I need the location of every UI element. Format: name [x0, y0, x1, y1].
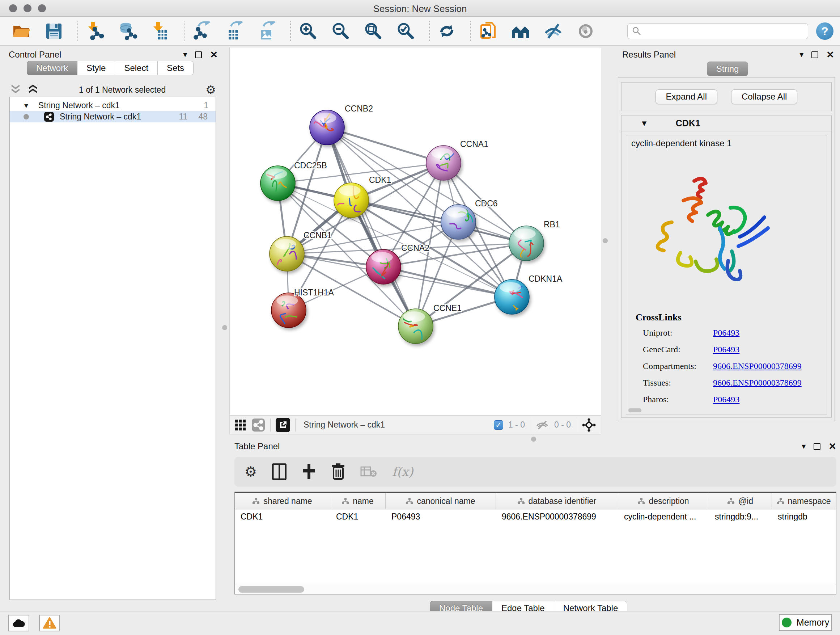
node-HIST1H1A[interactable]: HIST1H1A [271, 288, 334, 328]
crosslinks-heading: CrossLinks [636, 312, 821, 323]
zoom-selected-button[interactable] [395, 21, 416, 42]
collapse-all-icon[interactable] [9, 84, 22, 95]
crosslink-label: Tissues: [636, 378, 713, 388]
crosslink-row: Uniprot: P06493 [636, 328, 821, 338]
delete-column-icon[interactable] [332, 463, 345, 480]
node-CDK1[interactable]: CDK1 [333, 175, 391, 218]
table-panel-menu-icon[interactable]: ▾ [802, 442, 806, 450]
network-collection-row[interactable]: ▼ String Network – cdk1 1 [10, 100, 216, 111]
export-net-icon [192, 21, 211, 41]
export-network-button[interactable] [191, 21, 212, 42]
table-horizontal-scrollbar[interactable] [234, 584, 836, 594]
open-session-button[interactable] [11, 21, 32, 42]
crosslink-row: Compartments: 9606.ENSP00000378699 [636, 361, 821, 371]
import-table-button[interactable] [150, 21, 171, 42]
column-header-database-identifier[interactable]: database identifier [496, 493, 618, 509]
tab-string[interactable]: String [707, 62, 748, 76]
crosslink-value-link[interactable]: P06493 [713, 328, 739, 338]
control-panel-menu-icon[interactable]: ▾ [183, 51, 187, 59]
node-CDKN1A[interactable]: CDKN1A [494, 274, 562, 314]
column-header-@id[interactable]: @id [709, 493, 772, 509]
column-header-description[interactable]: description [618, 493, 709, 509]
network-node-count: 11 [179, 112, 188, 122]
column-header-namespace[interactable]: namespace [772, 493, 836, 509]
network-options-gear-icon[interactable]: ⚙ [205, 84, 216, 96]
cloud-status-button[interactable] [8, 615, 29, 631]
memory-button[interactable]: Memory [779, 614, 832, 631]
results-panel-menu-icon[interactable]: ▾ [799, 51, 804, 59]
table-cell: 9606.ENSP00000378699 [496, 509, 618, 524]
column-header-canonical-name[interactable]: canonical name [386, 493, 496, 509]
apply-layout-button[interactable] [436, 21, 457, 42]
right-splitter-handle[interactable] [603, 238, 608, 243]
help-button[interactable]: ? [816, 22, 834, 40]
zoom-fit-icon [363, 21, 383, 41]
table-panel-close-icon[interactable]: ✕ [829, 442, 836, 451]
show-columns-icon[interactable] [272, 463, 286, 480]
results-mini-scrollbar[interactable] [628, 409, 641, 412]
tab-network[interactable]: Network [27, 61, 77, 75]
crosslink-value-link[interactable]: P06493 [713, 345, 739, 355]
column-header-name[interactable]: name [330, 493, 386, 509]
tab-style[interactable]: Style [77, 61, 115, 75]
network-row-selected[interactable]: String Network – cdk1 11 48 [10, 111, 216, 122]
save-session-button[interactable] [43, 21, 65, 42]
create-column-icon[interactable] [302, 463, 316, 480]
warnings-button[interactable] [39, 615, 60, 631]
import-network-database-button[interactable] [117, 21, 138, 42]
node-RB1[interactable]: RB1 [509, 220, 560, 261]
crosslink-value-link[interactable]: 9606.ENSP00000378699 [713, 378, 802, 388]
network-from-clipboard-button[interactable] [477, 21, 499, 42]
results-panel-float-icon[interactable] [812, 51, 818, 58]
tab-sets[interactable]: Sets [158, 61, 194, 75]
edge-CCNB2-CCNA1[interactable] [327, 127, 444, 163]
control-panel-close-icon[interactable]: ✕ [210, 50, 218, 59]
network-share-icon[interactable] [251, 418, 265, 432]
crosslink-value-link[interactable]: 9606.ENSP00000378699 [713, 361, 802, 371]
hide-graphics-details-button[interactable] [543, 21, 564, 42]
results-panel-close-icon[interactable]: ✕ [826, 50, 834, 59]
import-network-file-button[interactable] [85, 21, 106, 42]
table-scrollbar-thumb[interactable] [238, 586, 304, 593]
edge-CCNA2-CDKN1A[interactable] [384, 267, 512, 297]
table-cell: CDK1 [330, 509, 386, 524]
column-header-shared-name[interactable]: shared name [235, 493, 330, 509]
collapse-all-button[interactable]: Collapse All [731, 89, 797, 104]
network-view-canvas[interactable]: CCNB2 CCNA1 CDC25B CDK1 CDC6 RB1 CCNB1 C… [229, 47, 601, 415]
crosslink-value-link[interactable]: P06493 [713, 394, 739, 404]
birds-eye-view-icon[interactable] [234, 419, 246, 431]
data-sources-button[interactable] [510, 21, 531, 42]
delete-table-icon[interactable] [360, 466, 377, 478]
search-icon [632, 27, 641, 36]
export-image-button[interactable] [256, 21, 277, 42]
table-options-gear-icon[interactable]: ⚙ [245, 465, 257, 478]
expand-all-button[interactable]: Expand All [655, 89, 717, 104]
crosslink-label: GeneCard: [636, 345, 713, 355]
open-in-browser-icon[interactable] [276, 418, 290, 432]
search-input[interactable] [641, 27, 804, 36]
left-splitter-handle[interactable] [222, 325, 227, 330]
edge-CCNB2-CCNE1[interactable] [327, 127, 416, 326]
table-row[interactable]: CDK1CDK1P064939606.ENSP00000378699cyclin… [235, 509, 836, 524]
string-network-graph[interactable]: CCNB2 CCNA1 CDC25B CDK1 CDC6 RB1 CCNB1 C… [230, 48, 602, 416]
node-CCNA1[interactable]: CCNA1 [426, 139, 488, 180]
collection-expander-icon[interactable]: ▼ [23, 102, 30, 110]
expand-all-icon[interactable] [27, 84, 39, 95]
export-table-button[interactable] [224, 21, 245, 42]
selected-checkbox-icon[interactable]: ✓ [494, 420, 503, 430]
pan-crosshair-icon[interactable] [581, 417, 597, 432]
zoom-out-button[interactable] [330, 21, 351, 42]
show-graphics-details-button[interactable] [575, 21, 596, 42]
tab-select[interactable]: Select [115, 61, 158, 75]
results-panel-title: Results Panel [617, 50, 676, 60]
gene-card-header[interactable]: ▼ CDK1 [622, 116, 831, 131]
search-box[interactable] [627, 23, 808, 39]
control-panel-float-icon[interactable] [195, 51, 202, 58]
table-panel-float-icon[interactable] [813, 443, 821, 450]
results-buttons-box: Expand All Collapse All [621, 82, 832, 111]
string-network-icon [44, 112, 54, 122]
node-CDC25B[interactable]: CDC25B [261, 161, 327, 201]
zoom-fit-button[interactable] [363, 21, 384, 42]
gene-expander-icon[interactable]: ▼ [640, 119, 648, 128]
zoom-in-button[interactable] [297, 21, 318, 42]
